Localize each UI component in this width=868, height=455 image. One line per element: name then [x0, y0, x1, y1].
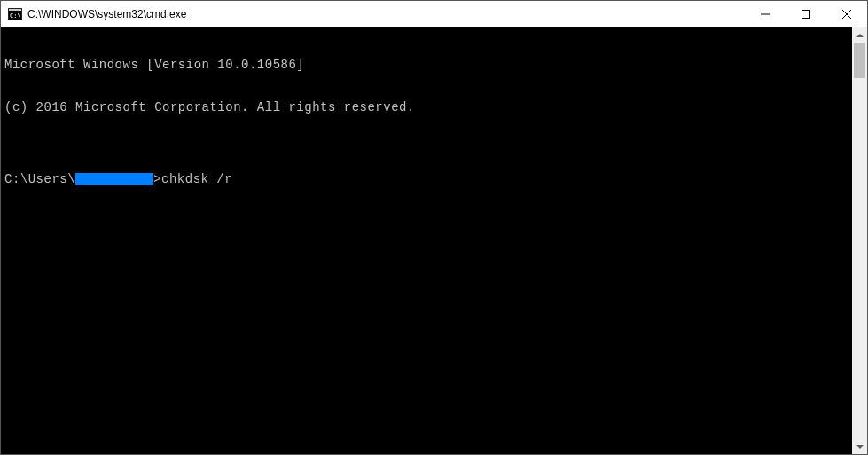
minimize-button[interactable] [745, 1, 786, 27]
close-button[interactable] [826, 1, 867, 27]
scroll-track[interactable] [852, 43, 867, 439]
terminal-output[interactable]: Microsoft Windows [Version 10.0.10586] (… [1, 27, 852, 454]
typed-command: chkdsk /r [161, 172, 232, 186]
prompt-line: C:\Users\>chkdsk /r [4, 172, 848, 186]
window-title: C:\WINDOWS\system32\cmd.exe [27, 8, 745, 20]
titlebar[interactable]: C:\ C:\WINDOWS\system32\cmd.exe [1, 1, 867, 27]
svg-marker-8 [856, 445, 864, 449]
svg-rect-1 [9, 9, 21, 11]
prompt-suffix: > [153, 172, 161, 186]
maximize-button[interactable] [786, 1, 826, 27]
terminal-area: Microsoft Windows [Version 10.0.10586] (… [1, 27, 867, 454]
copyright-line: (c) 2016 Microsoft Corporation. All righ… [4, 100, 848, 114]
version-line: Microsoft Windows [Version 10.0.10586] [4, 58, 848, 72]
svg-rect-4 [802, 10, 810, 18]
scroll-down-arrow-icon[interactable] [852, 439, 867, 454]
svg-text:C:\: C:\ [10, 12, 21, 20]
redacted-username [75, 173, 153, 185]
cmd-window: C:\ C:\WINDOWS\system32\cmd.exe [0, 0, 868, 455]
prompt-prefix: C:\Users\ [4, 172, 75, 186]
window-controls [745, 1, 867, 27]
scroll-up-arrow-icon[interactable] [852, 27, 867, 43]
scroll-thumb[interactable] [854, 43, 865, 78]
vertical-scrollbar[interactable] [852, 27, 867, 454]
cmd-icon: C:\ [8, 8, 22, 20]
svg-marker-7 [856, 34, 864, 37]
